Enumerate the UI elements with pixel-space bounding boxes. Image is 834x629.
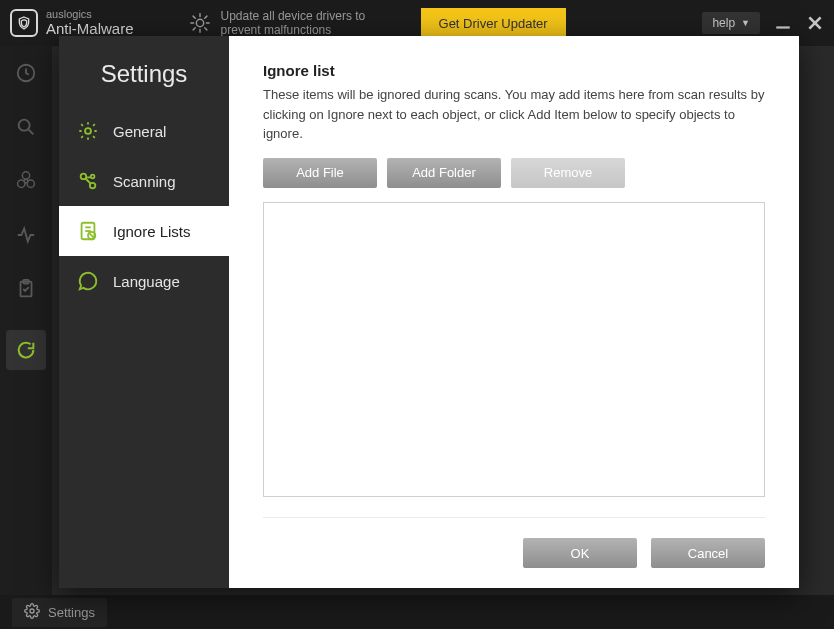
rail-biohazard-icon[interactable] [13, 168, 39, 194]
ok-button[interactable]: OK [523, 538, 637, 568]
update-hint-text: Update all device drivers to prevent mal… [221, 9, 401, 38]
pane-description: These items will be ignored during scans… [263, 85, 765, 144]
rail-search-icon[interactable] [13, 114, 39, 140]
nav-language-label: Language [113, 273, 180, 290]
ignore-action-row: Add File Add Folder Remove [263, 158, 765, 188]
svg-point-18 [22, 172, 29, 179]
nav-general[interactable]: General [59, 106, 229, 156]
nav-general-label: General [113, 123, 166, 140]
rail-clipboard-icon[interactable] [13, 276, 39, 302]
gear-icon [24, 603, 40, 622]
svg-line-16 [29, 130, 34, 135]
svg-line-7 [193, 28, 195, 30]
dialog-footer: OK Cancel [263, 517, 765, 568]
settings-dialog: Settings General Scanning Ignore Lists L… [59, 36, 799, 588]
nav-ignore-lists-label: Ignore Lists [113, 223, 191, 240]
statusbar: Settings [0, 595, 834, 629]
status-settings-button[interactable]: Settings [12, 598, 107, 627]
add-file-button[interactable]: Add File [263, 158, 377, 188]
shield-logo-icon [10, 9, 38, 37]
cancel-button[interactable]: Cancel [651, 538, 765, 568]
nav-language[interactable]: Language [59, 256, 229, 306]
status-settings-label: Settings [48, 605, 95, 620]
svg-point-27 [91, 175, 95, 179]
svg-line-32 [89, 233, 94, 238]
help-dropdown[interactable]: help ▼ [702, 12, 760, 34]
app-window: auslogics Anti-Malware Update all device… [0, 0, 834, 629]
pane-heading: Ignore list [263, 62, 765, 79]
rail-refresh-icon[interactable] [6, 330, 46, 370]
product-label: Anti-Malware [46, 21, 134, 37]
add-folder-button[interactable]: Add Folder [387, 158, 501, 188]
help-label: help [712, 16, 735, 30]
svg-point-15 [19, 120, 30, 131]
svg-line-8 [204, 16, 206, 18]
get-driver-updater-button[interactable]: Get Driver Updater [421, 8, 566, 39]
svg-point-20 [27, 180, 34, 187]
svg-line-5 [193, 16, 195, 18]
svg-line-6 [204, 28, 206, 30]
settings-title: Settings [59, 36, 229, 106]
app-logo: auslogics Anti-Malware [10, 9, 134, 37]
ignore-list-box[interactable] [263, 202, 765, 498]
update-hint: Update all device drivers to prevent mal… [189, 9, 401, 38]
minimize-button[interactable] [774, 14, 792, 32]
rail-dashboard-icon[interactable] [13, 60, 39, 86]
nav-scanning-label: Scanning [113, 173, 176, 190]
nav-ignore-lists[interactable]: Ignore Lists [59, 206, 229, 256]
side-rail [0, 46, 52, 595]
close-button[interactable] [806, 14, 824, 32]
svg-point-0 [196, 19, 203, 26]
svg-point-24 [85, 128, 91, 134]
svg-point-23 [30, 609, 34, 613]
settings-sidebar: Settings General Scanning Ignore Lists L… [59, 36, 229, 588]
chevron-down-icon: ▼ [741, 18, 750, 28]
rail-activity-icon[interactable] [13, 222, 39, 248]
remove-button[interactable]: Remove [511, 158, 625, 188]
svg-point-19 [18, 180, 25, 187]
settings-pane: Ignore list These items will be ignored … [229, 36, 799, 588]
sun-icon [189, 12, 211, 34]
nav-scanning[interactable]: Scanning [59, 156, 229, 206]
